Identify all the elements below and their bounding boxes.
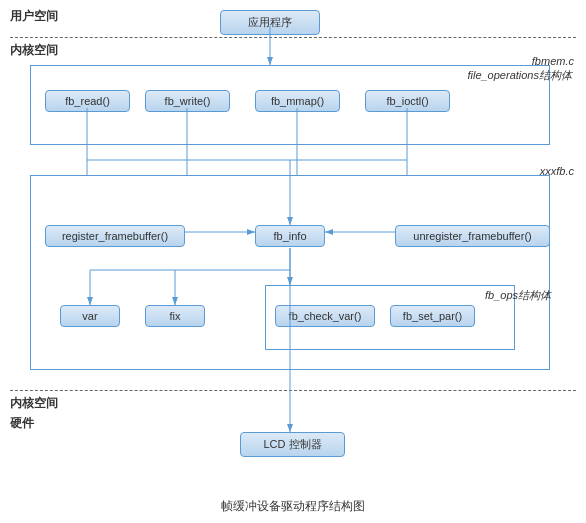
- kernel-space-1-label: 内核空间: [10, 42, 58, 59]
- fb-ops-label: fb_ops结构体: [485, 288, 551, 303]
- fb-read-box: fb_read(): [45, 90, 130, 112]
- dashed-line-2: [10, 390, 576, 391]
- register-framebuffer-box: register_framebuffer(): [45, 225, 185, 247]
- fb-write-box: fb_write(): [145, 90, 230, 112]
- unregister-framebuffer-box: unregister_framebuffer(): [395, 225, 550, 247]
- user-space-label: 用户空间: [10, 8, 58, 25]
- fix-box: fix: [145, 305, 205, 327]
- fb-ioctl-box: fb_ioctl(): [365, 90, 450, 112]
- fb-check-var-box: fb_check_var(): [275, 305, 375, 327]
- fb-info-box: fb_info: [255, 225, 325, 247]
- dashed-line-1: [10, 37, 576, 38]
- caption: 帧缓冲设备驱动程序结构图: [0, 498, 586, 515]
- hardware-label: 硬件: [10, 415, 34, 432]
- var-box: var: [60, 305, 120, 327]
- diagram-container: 应用程序 用户空间 内核空间 fbmem.c file_operations结构…: [0, 0, 586, 523]
- fb-mmap-box: fb_mmap(): [255, 90, 340, 112]
- app-box: 应用程序: [220, 10, 320, 35]
- kernel-space-2-label: 内核空间: [10, 395, 58, 412]
- file-operations-label: file_operations结构体: [467, 68, 572, 83]
- lcd-controller-box: LCD 控制器: [240, 432, 345, 457]
- fb-set-par-box: fb_set_par(): [390, 305, 475, 327]
